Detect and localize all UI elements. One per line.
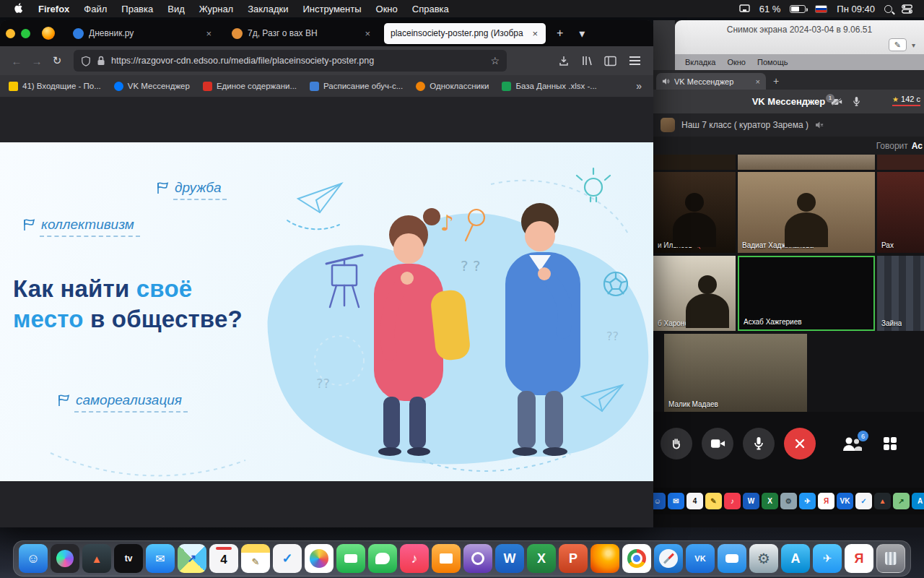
raise-hand-button[interactable] <box>661 428 692 460</box>
browser-tab-poster-active[interactable]: placeinsociety-poster.png (Изобра × <box>384 23 546 44</box>
participants-button[interactable]: 6 <box>841 434 863 453</box>
dock-icon-photos[interactable] <box>305 544 334 573</box>
dock-icon-notes[interactable]: ✎ <box>241 544 270 573</box>
mic-toggle[interactable] <box>853 96 860 107</box>
control-center-icon[interactable] <box>902 4 912 14</box>
window-zoom-button[interactable] <box>21 29 30 38</box>
menu-item-view[interactable]: Вид <box>161 4 191 14</box>
dock-icon-zoom[interactable] <box>718 544 746 573</box>
menu-item-file[interactable]: Файл <box>77 4 113 14</box>
tracking-protection-shield-icon[interactable] <box>81 56 91 66</box>
bookmark-vk-messenger[interactable]: VK Мессенджер <box>114 82 190 91</box>
spotlight-search-icon[interactable] <box>884 5 892 13</box>
video-tile-khazhgeriev-active-speaker[interactable]: Асхаб Хажгериев <box>738 256 875 331</box>
video-tile-zaina[interactable]: Зайна <box>877 256 924 331</box>
camera-button[interactable] <box>702 428 733 460</box>
vk-glyph: VK <box>694 554 705 563</box>
markup-pencil-button[interactable]: ✎ <box>889 38 907 51</box>
screen-mirroring-icon[interactable] <box>739 4 750 13</box>
grid-view-button[interactable] <box>882 436 898 452</box>
save-page-icon[interactable] <box>558 55 570 66</box>
menu-clock[interactable]: Пн 09:40 <box>837 4 875 14</box>
dock-icon-chrome[interactable] <box>622 544 651 573</box>
window-minimize-button[interactable] <box>6 29 15 38</box>
vk-room-row[interactable]: Наш 7 класс ( куратор Зарема ) <box>653 113 924 137</box>
video-tile-khadzhikhanova[interactable]: Вадиат Хаджиханова <box>738 172 875 253</box>
dock-icon-mail[interactable]: ✉ <box>146 544 175 573</box>
menu-item-history[interactable]: Журнал <box>193 4 240 14</box>
dock-icon-vk-messenger[interactable]: VK <box>686 544 715 573</box>
room-avatar <box>661 118 675 132</box>
dock-icon-messages[interactable] <box>368 544 397 573</box>
menu-item-help[interactable]: Справка <box>406 4 456 14</box>
menu-item-bookmarks[interactable]: Закладки <box>241 4 295 14</box>
menu-app-name[interactable]: Firefox <box>32 4 76 14</box>
video-tile-rakh[interactable]: Рах <box>877 172 924 253</box>
lock-icon[interactable] <box>97 56 105 66</box>
dock-icon-firefox[interactable] <box>590 544 619 573</box>
forward-button[interactable]: → <box>27 55 46 67</box>
dock-icon-calendar[interactable]: 4 <box>209 544 238 573</box>
dock-icon-yandex[interactable]: Я <box>845 544 873 573</box>
dock-icon-podcasts[interactable] <box>463 544 492 573</box>
dock-icon-tv[interactable]: tv <box>114 544 143 573</box>
back-button[interactable]: ← <box>7 55 26 67</box>
bookmark-inbox[interactable]: 41) Входящие - По... <box>9 82 101 91</box>
menu-item-tools[interactable]: Инструменты <box>296 4 367 14</box>
tab-list-dropdown-icon[interactable]: ▾ <box>574 27 590 40</box>
reload-button[interactable]: ↻ <box>48 54 66 67</box>
end-call-button[interactable] <box>784 428 816 460</box>
menu-item-edit[interactable]: Правка <box>115 4 160 14</box>
battery-percent[interactable]: 61 % <box>759 4 781 14</box>
dock-icon-settings[interactable]: ⚙ <box>749 544 778 573</box>
member-count[interactable]: ★ 142 с <box>892 95 920 106</box>
menu-item-window[interactable]: Окно <box>370 4 404 14</box>
dock-icon-app-store[interactable]: A <box>781 544 810 573</box>
dock-icon-books[interactable] <box>432 544 461 573</box>
bookmark-star-icon[interactable]: ☆ <box>490 55 500 66</box>
browser-tab-razgovor[interactable]: 7д, Разг о вах ВН × <box>225 23 378 44</box>
dock-icon-siri[interactable] <box>51 544 79 573</box>
poster-image[interactable]: ♪ ? ? ?? ?? дружба коллективизм самореал… <box>0 142 653 481</box>
keyboard-layout-flag-icon[interactable] <box>815 5 827 13</box>
apple-menu[interactable] <box>7 2 30 16</box>
dock-icon-telegram[interactable]: ✈ <box>813 544 842 573</box>
new-tab-button[interactable]: + <box>552 27 568 40</box>
tab-close-icon[interactable]: × <box>531 28 539 39</box>
battery-icon[interactable] <box>790 5 806 13</box>
hamburger-menu-icon[interactable] <box>629 60 640 61</box>
preview-title-bar[interactable]: Снимок экрана 2024-03-04 в 9.06.51 ✎ ▾ <box>675 20 924 54</box>
bookmark-schedule[interactable]: Расписание обуч-с... <box>310 82 403 91</box>
dock-icon-safari[interactable] <box>654 544 683 573</box>
vk-messenger-tab[interactable]: VK Мессенджер × <box>656 73 766 90</box>
dock-icon-facetime[interactable] <box>336 544 365 573</box>
vk-tab-close-icon[interactable]: × <box>756 77 760 86</box>
url-bar[interactable]: https://razgovor-cdn.edsoo.ru/media/file… <box>74 50 507 72</box>
sidebar-toggle-icon[interactable] <box>604 56 616 66</box>
video-tile-ilyasov[interactable]: и Ильясов <box>653 172 736 253</box>
dock-icon-word[interactable]: W <box>495 544 524 573</box>
camera-toggle[interactable]: 1 <box>831 98 842 106</box>
bookmark-edsoo[interactable]: Единое содержани... <box>203 82 297 91</box>
tab-close-icon[interactable]: × <box>204 28 213 39</box>
dock-icon-powerpoint[interactable]: P <box>559 544 588 573</box>
dock-icon-finder[interactable]: ☺ <box>19 544 48 573</box>
dock-icon-excel[interactable]: X <box>527 544 556 573</box>
video-tile-kharonov[interactable]: б Харонов <box>653 256 736 331</box>
vk-new-tab-button[interactable]: + <box>766 73 786 90</box>
bookmarks-overflow-chevron[interactable]: » <box>636 80 645 92</box>
mic-button[interactable] <box>743 428 775 460</box>
url-text[interactable]: https://razgovor-cdn.edsoo.ru/media/file… <box>111 56 484 66</box>
dock-icon-trash[interactable] <box>876 544 905 573</box>
browser-tab-dnevnik[interactable]: Дневник.ру × <box>66 23 219 44</box>
dock-icon-reminders[interactable]: ✓ <box>273 544 302 573</box>
tab-close-icon[interactable]: × <box>363 28 372 39</box>
bookmark-database-xlsx[interactable]: База Данных .xlsx -... <box>502 82 596 91</box>
dock-icon-music[interactable]: ♪ <box>400 544 429 573</box>
preview-dropdown-chevron[interactable]: ▾ <box>912 41 915 49</box>
dock-icon-launchpad[interactable]: ▲ <box>82 544 111 573</box>
bookmark-odnoklassniki[interactable]: Одноклассники <box>416 82 489 91</box>
library-icon[interactable] <box>581 55 593 66</box>
dock-icon-maps[interactable]: ↗ <box>178 544 206 573</box>
video-tile-madaev[interactable]: Малик Мадаев <box>664 334 807 412</box>
